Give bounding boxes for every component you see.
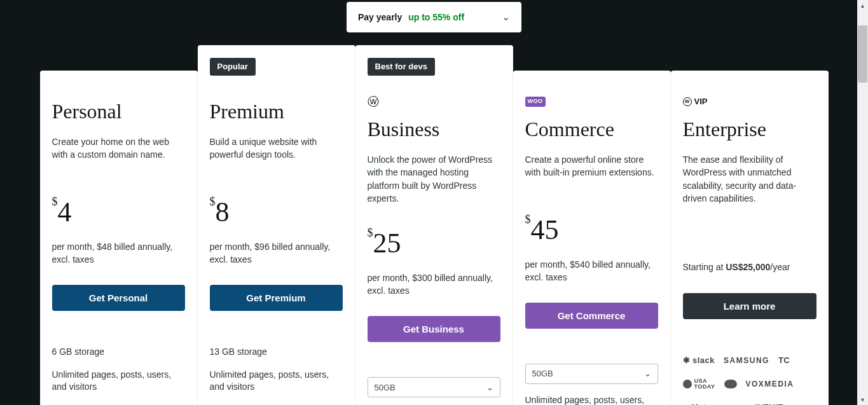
chevron-down-icon: ⌄ <box>502 10 510 25</box>
plan-feature: 6 GB storage <box>52 346 185 359</box>
plan-badge-best-for-devs: Best for devs <box>368 58 435 76</box>
plan-feature: Unlimited pages, posts, users, and visit… <box>210 369 343 394</box>
billing-discount-badge: up to 55% off <box>408 12 464 22</box>
plan-title: Personal <box>52 96 185 127</box>
client-logo-time: TIME <box>720 401 746 405</box>
currency-symbol: $ <box>210 195 216 208</box>
plan-description: The ease and flexibility of WordPress wi… <box>683 153 816 205</box>
plan-title: Business <box>368 114 500 144</box>
wordpress-logo-icon: ⓦ <box>368 96 500 107</box>
client-logo-usatoday: USATODAY <box>683 378 715 390</box>
get-commerce-button[interactable]: Get Commerce <box>525 303 658 329</box>
plan-description: Create a powerful online store with buil… <box>525 153 658 191</box>
wordpress-vip-logo-icon: WVIP <box>683 96 816 107</box>
plan-billing-note: per month, $300 billed annually, excl. t… <box>368 272 500 297</box>
enterprise-starting-price: Starting at US$25,000/year <box>683 261 816 274</box>
client-logo-slack: ✱ slack <box>683 354 715 367</box>
learn-more-button[interactable]: Learn more <box>683 293 816 319</box>
price-value: 25 <box>373 228 401 259</box>
plan-description: Create your home on the web with a custo… <box>52 135 185 174</box>
storage-value: 50GB <box>532 367 553 380</box>
plan-badge-popular: Popular <box>210 58 256 76</box>
chevron-down-icon: ⌄ <box>486 381 493 394</box>
client-logo-techcrunch: TC <box>778 354 790 367</box>
plan-price: $8 <box>210 191 343 233</box>
plan-price: $25 <box>368 223 500 264</box>
storage-value: 50GB <box>375 381 396 394</box>
plan-card-personal: Personal Create your home on the web wit… <box>40 71 198 405</box>
storage-select[interactable]: 50GB ⌄ <box>368 377 500 397</box>
plan-description: Build a unique website with powerful des… <box>210 135 343 174</box>
client-logo-meta: ∞ Meta <box>683 401 712 405</box>
plan-title: Commerce <box>525 114 658 144</box>
currency-symbol: $ <box>525 213 531 226</box>
scroll-down-button[interactable]: ▾ <box>857 394 868 405</box>
plan-billing-note: per month, $48 billed annually, excl. ta… <box>52 241 185 266</box>
storage-select[interactable]: 50GB ⌄ <box>525 364 658 384</box>
plan-feature: Unlimited pages, posts, users, and visit… <box>525 394 658 405</box>
scroll-up-button[interactable]: ▴ <box>857 0 868 11</box>
plan-feature: Unlimited pages, posts, users, and visit… <box>52 369 185 394</box>
plan-price: $45 <box>525 209 658 251</box>
client-logo-intuit: INTUIT <box>755 401 783 405</box>
vertical-scrollbar[interactable]: ▴ ▾ <box>857 0 868 405</box>
pricing-plans-row: Personal Create your home on the web wit… <box>0 71 868 405</box>
billing-interval-select[interactable]: Pay yearly up to 55% off ⌄ <box>347 2 521 32</box>
get-personal-button[interactable]: Get Personal <box>52 285 185 311</box>
plan-card-enterprise: WVIP Enterprise The ease and flexibility… <box>671 71 829 405</box>
price-value: 45 <box>531 214 559 245</box>
plan-price: $4 <box>52 191 185 233</box>
currency-symbol: $ <box>52 195 58 208</box>
get-business-button[interactable]: Get Business <box>368 316 500 342</box>
plan-description: Unlock the power of WordPress with the m… <box>368 153 500 205</box>
plan-title: Premium <box>210 96 343 127</box>
client-logo-cloud: ✱ slack SAMSUNG TC USATODAY VOXMEDIA ∞ M… <box>683 354 816 405</box>
plan-title: Enterprise <box>683 114 816 144</box>
plan-billing-note: per month, $540 billed annually, excl. t… <box>525 259 658 284</box>
client-logo-samsung: SAMSUNG <box>724 355 769 366</box>
plan-card-commerce: WOO Commerce Create a powerful online st… <box>513 71 671 405</box>
plan-card-business: Best for devs ⓦ Business Unlock the powe… <box>355 45 513 405</box>
price-value: 4 <box>58 196 72 228</box>
plan-feature: 13 GB storage <box>210 346 343 359</box>
client-logo-voxmedia: VOXMEDIA <box>746 378 794 390</box>
plan-billing-note: per month, $96 billed annually, excl. ta… <box>210 241 343 266</box>
price-value: 8 <box>216 196 230 228</box>
plan-card-premium: Popular Premium Build a unique website w… <box>198 45 355 405</box>
scrollbar-thumb[interactable] <box>858 25 867 83</box>
client-logo-salesforce <box>724 380 737 388</box>
chevron-down-icon: ⌄ <box>644 367 651 380</box>
woocommerce-logo-icon: WOO <box>525 96 658 107</box>
currency-symbol: $ <box>368 226 373 239</box>
billing-interval-label: Pay yearly <box>358 12 402 22</box>
get-premium-button[interactable]: Get Premium <box>210 285 343 311</box>
